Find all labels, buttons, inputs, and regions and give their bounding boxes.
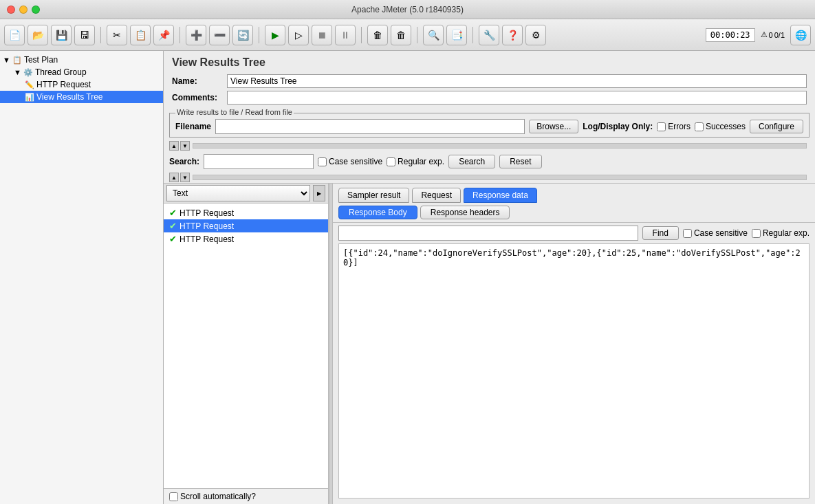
result-tree-footer: Scroll automatically? — [164, 488, 328, 504]
collapse-button[interactable]: ➖ — [209, 25, 230, 45]
successes-checkbox-label[interactable]: Successes — [695, 122, 746, 131]
regular-exp-text: Regular exp. — [398, 157, 444, 166]
expand-button[interactable]: ➕ — [186, 25, 206, 45]
find-regular-exp-label[interactable]: Regular exp. — [752, 228, 809, 238]
sub-tabs-row: Response Body Response headers — [333, 203, 815, 223]
successes-checkbox[interactable] — [695, 122, 704, 131]
scroll-down-btn[interactable]: ▼ — [180, 141, 190, 151]
tab-response-data[interactable]: Response data — [464, 188, 537, 203]
ratio-display: 0/1 — [774, 31, 785, 39]
comments-label: Comments: — [172, 93, 227, 102]
sub-tab-response-body[interactable]: Response Body — [338, 206, 417, 219]
save-button[interactable]: 💾 — [51, 25, 72, 45]
toolbar-right: 00:00:23 ⚠ 0 0/1 🌐 — [706, 25, 811, 45]
regular-exp-label[interactable]: Regular exp. — [387, 157, 444, 166]
separator5 — [417, 27, 417, 43]
find-case-sensitive-checkbox[interactable] — [683, 229, 692, 238]
search-button[interactable]: Search — [448, 155, 495, 168]
template-button[interactable]: 📑 — [446, 25, 467, 45]
write-results-group: Write results to file / Read from file F… — [169, 113, 809, 138]
name-input[interactable] — [227, 74, 807, 88]
remote-button[interactable]: 🔄 — [232, 25, 253, 45]
start-no-clear-button[interactable]: ▷ — [288, 25, 309, 45]
copy-button[interactable]: 📋 — [130, 25, 151, 45]
close-button[interactable] — [7, 6, 15, 14]
log-display-label: Log/Display Only: — [583, 122, 653, 131]
horizontal-scrollbar-2[interactable] — [193, 175, 807, 180]
tree-scroll-btn[interactable]: ▶ — [313, 185, 325, 201]
case-sensitive-checkbox[interactable] — [318, 157, 327, 166]
saveas-button[interactable]: 🖫 — [74, 25, 95, 45]
separator6 — [472, 27, 473, 43]
start-button[interactable]: ▶ — [265, 25, 285, 45]
errors-label: Errors — [668, 122, 691, 131]
check-icon-1: ✔ — [169, 208, 177, 218]
stop-button[interactable]: ⏹ — [312, 25, 332, 45]
errors-checkbox-label[interactable]: Errors — [657, 122, 691, 131]
response-body: [{"id":24,"name":"doIgnoreVerifySSLPost"… — [338, 243, 809, 498]
scroll-auto-text: Scroll automatically? — [180, 492, 256, 501]
sidebar-item-thread-group[interactable]: ▼ ⚙️ Thread Group — [0, 66, 163, 78]
browse-file-button[interactable]: Browse... — [529, 120, 578, 133]
timer-display: 00:00:23 — [706, 28, 755, 42]
settings-button[interactable]: ⚙ — [525, 25, 546, 45]
find-input[interactable] — [338, 226, 638, 241]
maximize-button[interactable] — [32, 6, 40, 14]
scroll-arrows-1[interactable]: ▲ ▼ — [169, 141, 190, 151]
sidebar-item-http-request[interactable]: ✏️ HTTP Request — [0, 78, 163, 91]
tab-request[interactable]: Request — [412, 188, 461, 203]
sidebar-item-view-results-tree[interactable]: 📊 View Results Tree — [0, 91, 163, 103]
split-area: Text HTML JSON XML ▶ ✔ HTTP Request ✔ HT… — [164, 183, 815, 504]
search-input[interactable] — [204, 154, 314, 169]
result-item-3[interactable]: ✔ HTTP Request — [164, 232, 328, 245]
format-dropdown[interactable]: Text HTML JSON XML — [166, 185, 310, 201]
scroll-up-btn-2[interactable]: ▲ — [169, 173, 179, 182]
minimize-button[interactable] — [19, 6, 28, 14]
warning-icon: ⚠ — [761, 30, 768, 39]
filename-input[interactable] — [215, 119, 525, 134]
cut-button[interactable]: ✂ — [107, 25, 127, 45]
horizontal-scrollbar[interactable] — [193, 143, 807, 149]
scroll-auto-label[interactable]: Scroll automatically? — [169, 492, 256, 501]
reset-button[interactable]: Reset — [499, 155, 541, 168]
errors-checkbox[interactable] — [657, 122, 666, 131]
scroll-up-btn[interactable]: ▲ — [169, 141, 179, 151]
sub-tab-response-headers[interactable]: Response headers — [420, 206, 510, 219]
regular-exp-checkbox[interactable] — [387, 157, 395, 166]
new-button[interactable]: 📄 — [4, 25, 25, 45]
browse-button[interactable]: 🔍 — [423, 25, 444, 45]
window-controls[interactable] — [7, 6, 40, 14]
toolbar: 📄 📂 💾 🖫 ✂ 📋 📌 ➕ ➖ 🔄 ▶ ▷ ⏹ ⏸ 🗑 🗑 🔍 📑 🔧 ❓ … — [0, 19, 815, 51]
open-button[interactable]: 📂 — [28, 25, 48, 45]
paste-button[interactable]: 📌 — [153, 25, 174, 45]
scroll-down-btn-2[interactable]: ▼ — [180, 173, 190, 182]
thread-group-expand-icon: ▼ — [14, 68, 21, 76]
separator2 — [180, 27, 180, 43]
globe-button[interactable]: 🌐 — [790, 25, 811, 45]
scroll-auto-checkbox[interactable] — [169, 492, 178, 501]
view-results-tree-label: View Results Tree — [36, 92, 103, 102]
main-layout: ▼ 📋 Test Plan ▼ ⚙️ Thread Group ✏️ HTTP … — [0, 51, 815, 504]
find-case-sensitive-label[interactable]: Case sensitive — [683, 228, 748, 238]
test-plan-icon: ▼ — [3, 56, 10, 64]
clear-button[interactable]: 🗑 — [367, 25, 388, 45]
scroll-arrows-2[interactable]: ▲ ▼ — [169, 173, 190, 182]
warning-count: 0 — [769, 31, 773, 39]
configure-button[interactable]: Configure — [750, 120, 803, 133]
shutdown-button[interactable]: ⏸ — [335, 25, 356, 45]
test-plan-folder-icon: 📋 — [12, 56, 22, 65]
case-sensitive-label[interactable]: Case sensitive — [318, 157, 382, 166]
search-label: Search: — [169, 157, 199, 166]
find-regular-exp-checkbox[interactable] — [752, 229, 761, 238]
comments-input[interactable] — [227, 91, 807, 105]
find-button[interactable]: Find — [642, 226, 679, 240]
clearall-button[interactable]: 🗑 — [391, 25, 411, 45]
result-item-2[interactable]: ✔ HTTP Request — [164, 219, 328, 232]
filename-label: Filename — [175, 122, 211, 131]
function-helper-button[interactable]: 🔧 — [479, 25, 499, 45]
view-results-tree-icon: 📊 — [25, 93, 34, 102]
help-button[interactable]: ❓ — [502, 25, 523, 45]
result-item-1[interactable]: ✔ HTTP Request — [164, 206, 328, 219]
sidebar-item-test-plan[interactable]: ▼ 📋 Test Plan — [0, 54, 163, 66]
tab-sampler-result[interactable]: Sampler result — [338, 188, 409, 203]
